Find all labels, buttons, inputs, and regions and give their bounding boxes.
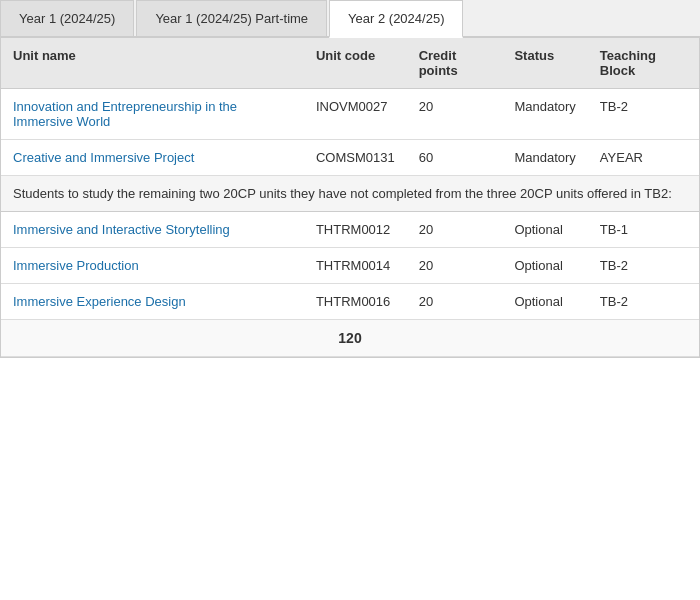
tab-year1[interactable]: Year 1 (2024/25) — [0, 0, 134, 36]
info-text: Students to study the remaining two 20CP… — [1, 176, 699, 212]
table-row: Immersive and Interactive Storytelling T… — [1, 212, 699, 248]
unit-name-cell: Immersive and Interactive Storytelling — [1, 212, 304, 248]
status-cell: Mandatory — [502, 140, 587, 176]
status-cell: Mandatory — [502, 89, 587, 140]
unit-code-cell: COMSM0131 — [304, 140, 407, 176]
table-header-row: Unit name Unit code Credit points Status… — [1, 38, 699, 89]
credit-points-cell: 20 — [407, 284, 503, 320]
unit-code-cell: INOVM0027 — [304, 89, 407, 140]
total-value: 120 — [1, 320, 699, 357]
teaching-block-cell: TB-1 — [588, 212, 699, 248]
unit-name-link[interactable]: Immersive and Interactive Storytelling — [13, 222, 230, 237]
credit-points-cell: 20 — [407, 248, 503, 284]
unit-name-link[interactable]: Innovation and Entrepreneurship in the I… — [13, 99, 237, 129]
unit-name-link[interactable]: Immersive Experience Design — [13, 294, 186, 309]
unit-name-cell: Immersive Production — [1, 248, 304, 284]
unit-code-cell: THTRM0014 — [304, 248, 407, 284]
table-container: Unit name Unit code Credit points Status… — [0, 38, 700, 358]
col-header-unit-code: Unit code — [304, 38, 407, 89]
table-row: Creative and Immersive Project COMSM0131… — [1, 140, 699, 176]
tab-year1-parttime[interactable]: Year 1 (2024/25) Part-time — [136, 0, 327, 36]
unit-code-cell: THTRM0012 — [304, 212, 407, 248]
col-header-unit-name: Unit name — [1, 38, 304, 89]
unit-name-cell: Creative and Immersive Project — [1, 140, 304, 176]
col-header-credit-points: Credit points — [407, 38, 503, 89]
credit-points-cell: 20 — [407, 212, 503, 248]
status-cell: Optional — [502, 248, 587, 284]
status-cell: Optional — [502, 212, 587, 248]
unit-name-cell: Immersive Experience Design — [1, 284, 304, 320]
teaching-block-cell: TB-2 — [588, 89, 699, 140]
table-row: Immersive Experience Design THTRM0016 20… — [1, 284, 699, 320]
teaching-block-cell: TB-2 — [588, 248, 699, 284]
unit-name-cell: Innovation and Entrepreneurship in the I… — [1, 89, 304, 140]
col-header-teaching-block: Teaching Block — [588, 38, 699, 89]
unit-name-link[interactable]: Creative and Immersive Project — [13, 150, 194, 165]
info-row: Students to study the remaining two 20CP… — [1, 176, 699, 212]
credit-points-cell: 60 — [407, 140, 503, 176]
total-row: 120 — [1, 320, 699, 357]
unit-code-cell: THTRM0016 — [304, 284, 407, 320]
credit-points-cell: 20 — [407, 89, 503, 140]
tab-year2[interactable]: Year 2 (2024/25) — [329, 0, 463, 38]
teaching-block-cell: AYEAR — [588, 140, 699, 176]
teaching-block-cell: TB-2 — [588, 284, 699, 320]
tab-bar: Year 1 (2024/25) Year 1 (2024/25) Part-t… — [0, 0, 700, 38]
status-cell: Optional — [502, 284, 587, 320]
units-table: Unit name Unit code Credit points Status… — [1, 38, 699, 357]
col-header-status: Status — [502, 38, 587, 89]
table-row: Innovation and Entrepreneurship in the I… — [1, 89, 699, 140]
table-row: Immersive Production THTRM0014 20 Option… — [1, 248, 699, 284]
unit-name-link[interactable]: Immersive Production — [13, 258, 139, 273]
